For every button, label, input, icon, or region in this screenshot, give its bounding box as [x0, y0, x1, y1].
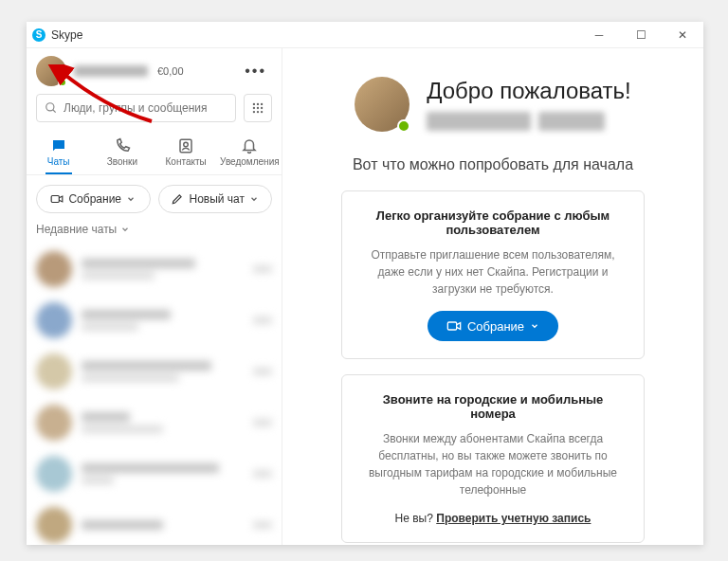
chat-item[interactable] [27, 397, 282, 448]
search-icon [45, 101, 58, 115]
svg-point-10 [261, 111, 263, 113]
svg-rect-13 [52, 196, 60, 203]
sidebar: €0,00 ••• Чаты Зв [27, 48, 282, 545]
chat-item[interactable] [27, 499, 282, 545]
profile-row: €0,00 ••• [27, 48, 282, 94]
svg-point-8 [253, 111, 255, 113]
chat-item[interactable] [27, 295, 282, 346]
close-button[interactable]: ✕ [662, 22, 703, 48]
svg-point-6 [257, 107, 259, 109]
meeting-button[interactable]: Собрание [36, 185, 151, 213]
user-name [74, 65, 148, 77]
search-box[interactable] [36, 94, 236, 122]
tab-notifications[interactable]: Уведомления [219, 132, 280, 174]
skype-logo-icon: S [32, 28, 46, 42]
chevron-down-icon [530, 321, 539, 331]
window-title: Skype [51, 28, 82, 42]
svg-point-5 [253, 107, 255, 109]
contacts-icon [177, 137, 194, 154]
tab-chats[interactable]: Чаты [28, 132, 89, 174]
tab-calls[interactable]: Звонки [92, 132, 153, 174]
recent-chat-list [27, 244, 282, 545]
svg-line-1 [53, 110, 56, 113]
welcome-avatar [355, 77, 410, 132]
presence-dot-icon [397, 119, 410, 133]
video-icon [446, 318, 462, 334]
chevron-down-icon [249, 194, 259, 204]
calls-card: Звоните на городские и мобильные номера … [341, 374, 645, 543]
presence-dot-icon [58, 78, 67, 87]
new-chat-button[interactable]: Новый чат [158, 185, 273, 213]
card-body: Звонки между абонентами Скайпа всегда бе… [363, 430, 623, 498]
svg-rect-14 [447, 322, 456, 330]
welcome-user-name [427, 112, 631, 131]
maximize-button[interactable]: ☐ [620, 22, 662, 48]
create-meeting-button[interactable]: Собрание [428, 311, 558, 341]
card-body: Отправьте приглашение всем пользователям… [363, 246, 623, 298]
titlebar: S Skype ─ ☐ ✕ [27, 22, 703, 48]
recent-chats-header[interactable]: Недавние чаты [27, 223, 282, 244]
card-title: Легко организуйте собрание с любым польз… [363, 208, 623, 237]
video-icon [50, 192, 64, 206]
more-menu-button[interactable]: ••• [239, 63, 272, 80]
credit-balance[interactable]: €0,00 [157, 65, 184, 77]
minimize-button[interactable]: ─ [578, 22, 620, 48]
dialpad-icon [251, 101, 264, 115]
search-input[interactable] [64, 101, 228, 115]
compose-icon [171, 192, 184, 206]
user-avatar[interactable] [36, 56, 66, 86]
chat-item[interactable] [27, 448, 282, 499]
main-pane: Добро пожаловать! Вот что можно попробов… [282, 48, 703, 545]
svg-point-0 [46, 103, 54, 111]
check-account-link[interactable]: Проверить учетную запись [436, 512, 591, 525]
bell-icon [241, 137, 258, 154]
chevron-down-icon [120, 225, 130, 234]
svg-point-12 [184, 142, 189, 147]
chat-icon [50, 137, 67, 154]
meeting-card: Легко организуйте собрание с любым польз… [341, 190, 645, 359]
not-you-row: Не вы? Проверить учетную запись [363, 512, 623, 525]
phone-icon [114, 137, 131, 154]
svg-point-2 [253, 103, 255, 105]
svg-point-9 [257, 111, 259, 113]
chat-item[interactable] [27, 346, 282, 397]
svg-point-3 [257, 103, 259, 105]
chevron-down-icon [126, 194, 136, 204]
dialpad-button[interactable] [244, 94, 272, 122]
nav-tabs: Чаты Звонки Контакты Уведомления [27, 130, 282, 175]
chat-item[interactable] [27, 244, 282, 295]
svg-point-7 [261, 107, 263, 109]
welcome-title: Добро пожаловать! [427, 78, 631, 104]
svg-point-4 [261, 103, 263, 105]
skype-window: S Skype ─ ☐ ✕ €0,00 ••• [27, 22, 703, 545]
welcome-subheading: Вот что можно попробовать для начала [305, 156, 681, 173]
card-title: Звоните на городские и мобильные номера [363, 392, 623, 421]
tab-contacts[interactable]: Контакты [155, 132, 216, 174]
